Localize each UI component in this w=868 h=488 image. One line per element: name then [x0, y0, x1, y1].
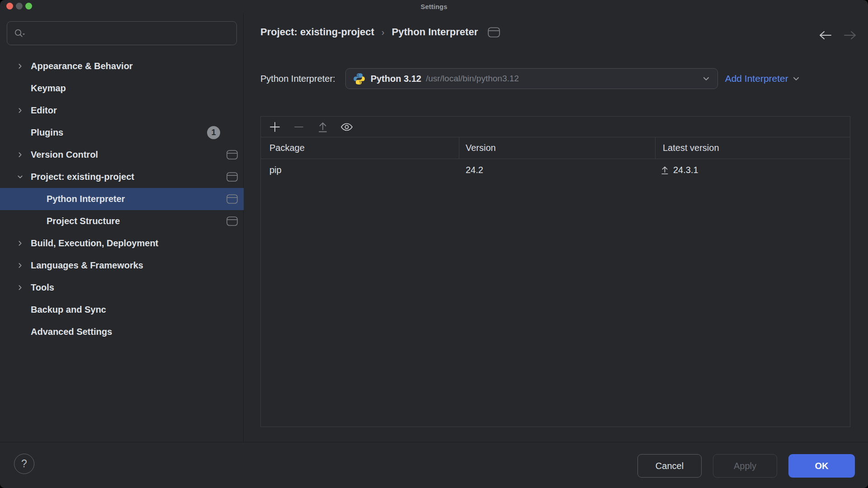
ok-button[interactable]: OK: [788, 454, 855, 478]
search-icon[interactable]: [14, 28, 25, 39]
sidebar-item-label: Python Interpreter: [47, 194, 125, 204]
project-settings-icon: [226, 216, 238, 226]
package-name: pip: [269, 165, 282, 175]
chevron-right-icon[interactable]: [15, 63, 24, 70]
sidebar-item-version-control[interactable]: Version Control: [0, 144, 244, 166]
packages-panel: Package Version Latest version pip 24.2 …: [260, 116, 850, 427]
sidebar-item-label: Tools: [31, 282, 54, 293]
project-settings-icon: [226, 150, 238, 160]
breadcrumb-project[interactable]: Project: existing-project: [260, 26, 374, 38]
sidebar-item-label: Editor: [31, 105, 57, 116]
add-interpreter-button[interactable]: Add Interpreter: [725, 73, 800, 84]
chevron-right-icon[interactable]: [15, 284, 24, 291]
packages-toolbar: [261, 117, 850, 137]
apply-button[interactable]: Apply: [713, 454, 777, 478]
sidebar-item-keymap[interactable]: Keymap: [0, 77, 244, 99]
cancel-button[interactable]: Cancel: [637, 454, 702, 478]
package-latest-version[interactable]: 24.3.1: [660, 165, 698, 175]
sidebar-item-label: Backup and Sync: [31, 305, 106, 315]
upgrade-icon[interactable]: [660, 165, 669, 175]
project-settings-icon: [226, 194, 238, 204]
sidebar-item-label: Project Structure: [47, 216, 120, 226]
search-box[interactable]: [7, 21, 237, 45]
uninstall-package-button[interactable]: [291, 119, 307, 135]
traffic-lights: [6, 3, 32, 9]
project-settings-icon: [488, 27, 500, 38]
interpreter-label: Python Interpreter:: [260, 74, 335, 84]
chevron-down-icon: [792, 75, 800, 83]
sidebar-item-label: Languages & Frameworks: [31, 260, 143, 271]
sidebar-item-label: Project: existing-project: [31, 172, 134, 182]
sidebar-item-label: Advanced Settings: [31, 327, 112, 337]
chevron-right-icon[interactable]: [15, 262, 24, 269]
sidebar-item-label: Appearance & Behavior: [31, 61, 133, 71]
chevron-down-icon[interactable]: [15, 174, 24, 180]
sidebar-item-python-interpreter[interactable]: Python Interpreter: [0, 188, 244, 210]
upgrade-package-button[interactable]: [315, 119, 331, 135]
zoom-button[interactable]: [25, 3, 32, 9]
settings-sidebar: Appearance & Behavior Keymap Editor Plug…: [0, 14, 244, 442]
interpreter-row: Python Interpreter: Python 3.12 /usr/loc…: [260, 68, 857, 89]
eye-icon[interactable]: [339, 119, 355, 135]
sidebar-item-advanced-settings[interactable]: Advanced Settings: [0, 321, 244, 343]
sidebar-item-appearance-behavior[interactable]: Appearance & Behavior: [0, 55, 244, 77]
install-package-button[interactable]: [267, 119, 283, 135]
column-header-package[interactable]: Package: [269, 143, 305, 153]
settings-tree: Appearance & Behavior Keymap Editor Plug…: [0, 55, 244, 343]
help-button[interactable]: ?: [14, 454, 34, 474]
dialog-footer: ? Cancel Apply OK: [0, 442, 868, 488]
python-logo-icon: [353, 73, 365, 85]
sidebar-item-plugins[interactable]: Plugins 1: [0, 122, 244, 144]
back-arrow-icon[interactable]: [817, 28, 833, 42]
column-header-latest-version[interactable]: Latest version: [663, 143, 719, 153]
chevron-right-icon[interactable]: [15, 107, 24, 114]
breadcrumb-separator: ›: [381, 27, 386, 38]
selected-interpreter-path: /usr/local/bin/python3.12: [426, 74, 519, 84]
interpreter-combobox[interactable]: Python 3.12 /usr/local/bin/python3.12: [345, 68, 718, 89]
breadcrumb: Project: existing-project › Python Inter…: [260, 26, 500, 38]
close-button[interactable]: [6, 3, 13, 9]
selected-interpreter-name: Python 3.12: [371, 74, 421, 84]
settings-dialog: Settings Appearance & Behavior Keymap Ed…: [0, 0, 868, 488]
sidebar-item-project-structure[interactable]: Project Structure: [0, 210, 244, 232]
sidebar-item-project-existing-project[interactable]: Project: existing-project: [0, 166, 244, 188]
sidebar-item-languages-frameworks[interactable]: Languages & Frameworks: [0, 254, 244, 277]
breadcrumb-page-title: Python Interpreter: [392, 26, 478, 38]
sidebar-item-tools[interactable]: Tools: [0, 277, 244, 299]
column-header-version[interactable]: Version: [466, 143, 496, 153]
sidebar-item-label: Keymap: [31, 83, 66, 94]
help-label: ?: [21, 458, 27, 470]
chevron-right-icon[interactable]: [15, 151, 24, 158]
plugins-count-badge: 1: [207, 126, 220, 139]
sidebar-item-label: Plugins: [31, 127, 63, 138]
sidebar-item-backup-and-sync[interactable]: Backup and Sync: [0, 299, 244, 321]
project-settings-icon: [226, 172, 238, 182]
footer-buttons: Cancel Apply OK: [637, 454, 855, 478]
forward-arrow-icon[interactable]: [843, 28, 858, 42]
chevron-right-icon[interactable]: [15, 240, 24, 247]
chevron-down-icon[interactable]: [702, 75, 710, 83]
sidebar-item-label: Version Control: [31, 150, 98, 160]
title-bar: Settings: [0, 0, 868, 14]
latest-version-value: 24.3.1: [673, 165, 698, 175]
minimize-button[interactable]: [16, 3, 23, 9]
search-input[interactable]: [29, 28, 230, 39]
add-interpreter-label: Add Interpreter: [725, 73, 788, 84]
sidebar-item-build-execution-deployment[interactable]: Build, Execution, Deployment: [0, 232, 244, 254]
history-navigation: [817, 28, 858, 42]
package-version: 24.2: [466, 165, 483, 175]
package-row-pip[interactable]: pip 24.2 24.3.1: [261, 159, 850, 181]
window-title: Settings: [421, 3, 448, 10]
sidebar-item-label: Build, Execution, Deployment: [31, 238, 158, 249]
packages-table-header: Package Version Latest version: [261, 137, 850, 159]
sidebar-item-editor[interactable]: Editor: [0, 99, 244, 122]
